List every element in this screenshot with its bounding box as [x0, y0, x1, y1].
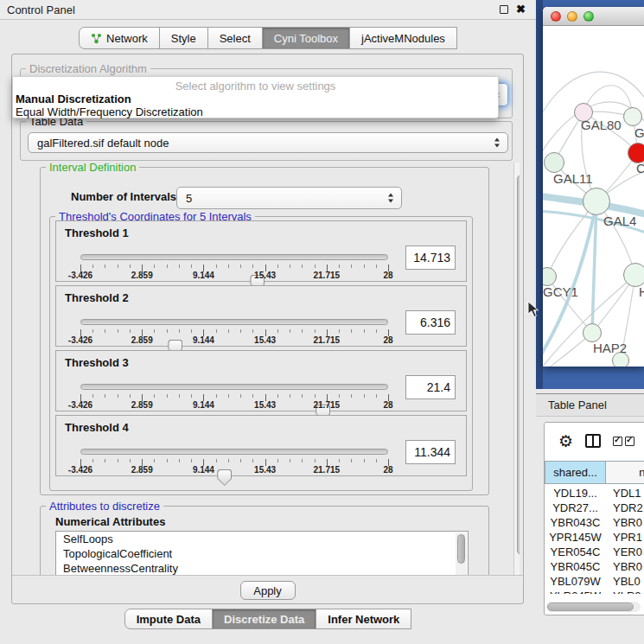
network-node[interactable]	[544, 152, 564, 173]
bottom-tab-bar: Impute Data Discretize Data Infer Networ…	[0, 609, 536, 629]
threshold-label: Threshold 1	[65, 226, 129, 239]
table-data-combobox[interactable]: galFiltered.sif default node	[28, 132, 508, 153]
network-node-label: GA	[634, 125, 644, 140]
top-tab-label: Select	[220, 32, 251, 45]
network-node-label: H	[639, 284, 644, 299]
bottom-tab[interactable]: Discretize Data	[212, 609, 316, 629]
screen: Control Panel ✖ Network	[0, 0, 644, 644]
threshold-value-field[interactable]: 11.344	[405, 440, 456, 464]
attributes-list-scrollbar[interactable]	[456, 532, 467, 575]
thresholds-group: Threshold's Coordinates for 5 Intervals …	[49, 216, 473, 491]
right-side: GAL80GACGAL11GAL4GCY1HHAP2 Table Panel ⚙…	[536, 0, 644, 644]
tick-label: 2.859	[131, 271, 153, 280]
combo-arrows-icon	[388, 194, 394, 203]
slider-tick-labels: -3.426 2.859 9.144 15.43 21.715 28	[80, 465, 388, 475]
scrollbar-thumb[interactable]	[457, 534, 465, 564]
threshold-value-field[interactable]: 21.4	[405, 375, 456, 399]
close-icon[interactable]: ✖	[516, 5, 526, 14]
top-tab[interactable]: Style	[159, 27, 208, 49]
column-header-shared-name[interactable]: shared...	[545, 461, 606, 484]
tick-label: 9.144	[193, 465, 214, 475]
settings-panel: Discretization Algorithm Table Data galF…	[11, 54, 524, 604]
table-row[interactable]: YBL079W YBL0	[545, 574, 644, 589]
tick-label: 2.859	[131, 335, 153, 345]
tick-label: 15.43	[254, 271, 276, 280]
zoom-traffic-light-icon[interactable]	[583, 11, 594, 22]
top-tab[interactable]: Network	[79, 27, 160, 49]
float-window-icon[interactable]	[500, 5, 508, 14]
threshold-panel: Threshold 3 -3.426 2	[55, 350, 467, 411]
table-panel: ⚙ shared... name YDL19... YDL1 YDR27...	[544, 422, 644, 615]
top-tab[interactable]: Cyni Toolbox	[262, 27, 350, 49]
table-cell: YDL19...	[545, 486, 606, 501]
dropdown-option-manual[interactable]: Manual Discretization	[16, 92, 131, 105]
top-tab-label: Network	[106, 32, 148, 45]
table-data-group: Table Data galFiltered.sif default node	[20, 121, 513, 161]
network-node-label: GAL4	[603, 214, 636, 228]
top-tab[interactable]: Select	[207, 27, 263, 49]
columns-icon[interactable]	[585, 434, 601, 448]
attribute-list-item[interactable]: BetweennessCentrality	[56, 561, 468, 575]
attribute-list-item[interactable]: TopologicalCoefficient	[56, 546, 468, 561]
bottom-tab[interactable]: Impute Data	[124, 609, 213, 629]
network-node-label: C	[636, 161, 644, 175]
table-cell: YPR145W	[545, 530, 606, 545]
table-row[interactable]: YDL19... YDL1	[545, 486, 644, 501]
apply-button[interactable]: Apply	[240, 581, 296, 600]
discretization-algorithm-label: Discretization Algorithm	[26, 62, 150, 75]
network-node[interactable]	[583, 188, 610, 215]
network-node-label: GCY1	[543, 284, 578, 299]
tick-label: 21.715	[314, 335, 341, 345]
gear-icon[interactable]: ⚙	[558, 433, 573, 450]
settings-vertical-scrollbar[interactable]	[513, 163, 520, 575]
top-tab-bar: Network Style Select Cyni Toolbox jActiv…	[0, 27, 536, 49]
top-tab[interactable]: jActiveMNodules	[349, 27, 457, 49]
scrollbar-thumb[interactable]	[547, 603, 634, 611]
bottom-tab-label: Discretize Data	[224, 613, 304, 626]
attribute-list-item[interactable]: SelfLoops	[56, 532, 468, 546]
tick-label: 15.43	[254, 465, 276, 475]
table-cell: YBR0	[606, 515, 644, 530]
bottom-tab[interactable]: Infer Network	[316, 609, 411, 629]
network-node[interactable]	[623, 107, 642, 126]
top-tab-label: jActiveMNodules	[361, 32, 445, 45]
attributes-group-label: Attributes to discretize	[46, 500, 163, 513]
table-cell: YER0	[606, 545, 644, 559]
tick-label: 15.43	[254, 400, 276, 410]
tick-label: 2.859	[131, 465, 153, 475]
numerical-attributes-list: SelfLoopsTopologicalCoefficientBetweenne…	[55, 531, 469, 575]
apply-row: Apply	[12, 575, 523, 604]
tick-label: -3.426	[68, 335, 92, 345]
table-row[interactable]: YLR345W YLR3	[545, 589, 644, 594]
checkbox-icon[interactable]	[613, 437, 622, 446]
table-horizontal-scrollbar[interactable]	[546, 602, 641, 612]
dropdown-option-equal-width[interactable]: Equal Width/Frequency Discretization	[16, 105, 203, 118]
table-row[interactable]: YPR145W YPR1	[545, 530, 644, 545]
network-node[interactable]	[583, 323, 602, 342]
tick-label: 28	[383, 335, 392, 345]
column-header-name[interactable]: name	[606, 461, 644, 484]
threshold-value-field[interactable]: 14.713	[405, 245, 456, 270]
close-traffic-light-icon[interactable]	[551, 11, 561, 22]
bottom-tab-label: Infer Network	[328, 613, 399, 626]
network-node[interactable]	[623, 263, 644, 287]
tick-label: 9.144	[193, 335, 214, 345]
minimize-traffic-light-icon[interactable]	[567, 11, 577, 22]
network-canvas[interactable]: GAL80GACGAL11GAL4GCY1HHAP2	[543, 26, 644, 367]
threshold-value-field[interactable]: 6.316	[405, 310, 456, 335]
interval-definition-label: Interval Definition	[46, 163, 139, 174]
table-panel-toolbar: ⚙	[545, 423, 644, 459]
table-panel-title: Table Panel	[548, 399, 607, 411]
dropdown-prompt-item[interactable]: Select algorithm to view settings	[13, 80, 498, 92]
table-cell: YDR27...	[545, 501, 606, 515]
scrollbar-thumb[interactable]	[517, 175, 520, 555]
table-row[interactable]: YBR043C YBR0	[545, 515, 644, 530]
table-header-row: shared... name	[545, 461, 644, 484]
table-row[interactable]: YER054C YER0	[545, 545, 644, 559]
threshold-label: Threshold 3	[65, 356, 129, 369]
table-row[interactable]: YDR27... YDR2	[545, 501, 644, 515]
table-cell: YLR345W	[545, 589, 606, 594]
checkbox-icon[interactable]	[625, 437, 634, 446]
table-row[interactable]: YBR045C YBR0	[545, 559, 644, 574]
number-of-intervals-combobox[interactable]: 5	[176, 187, 402, 209]
